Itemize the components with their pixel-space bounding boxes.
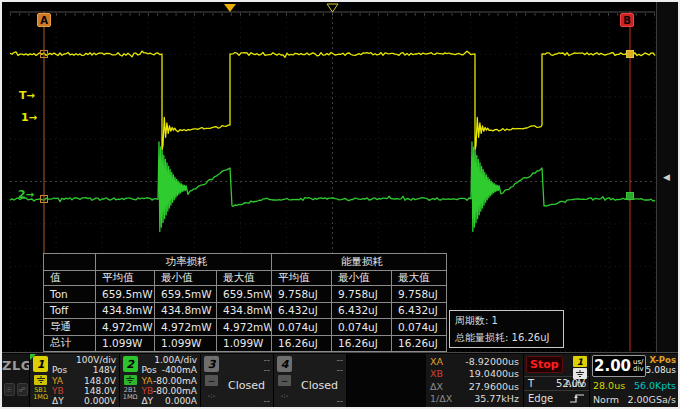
trigger-t-label: T bbox=[528, 378, 534, 389]
ch4-dash: -- bbox=[337, 355, 344, 365]
measurement-value: 9.758uJ bbox=[272, 286, 332, 303]
measurement-value: 16.26uJ bbox=[272, 335, 332, 352]
logo-block: ZLG ☉ ☍ bbox=[2, 354, 30, 407]
measurement-value: 434.8mW bbox=[96, 302, 155, 319]
row-label: Ton bbox=[44, 286, 96, 303]
cursor-a-badge[interactable]: A bbox=[37, 13, 51, 27]
measurement-value: 9.758uJ bbox=[332, 286, 392, 303]
table-col-header: 平均值 bbox=[272, 271, 332, 286]
trigger-level-row[interactable]: T 52.0V bbox=[524, 377, 589, 391]
ch2-yb: -80.00mA bbox=[153, 386, 197, 396]
dx-label: ΔX bbox=[430, 381, 443, 393]
touch-gesture-icon[interactable]: ☉ bbox=[4, 383, 15, 396]
ch4-status: Closed bbox=[296, 376, 343, 396]
row-label: 导通 bbox=[44, 319, 96, 336]
measurement-value: 6.432uJ bbox=[332, 302, 392, 319]
ch2-position-marker[interactable]: 2→ bbox=[18, 188, 34, 201]
ch4-coupling-icon: − bbox=[278, 375, 291, 386]
fx-label: 1/ΔX bbox=[430, 393, 452, 405]
trigger-position-marker bbox=[224, 4, 236, 12]
trigger-type-row[interactable]: Edge bbox=[524, 391, 589, 405]
measurement-table: 功率损耗能量损耗值平均值最小值最大值平均值最小值最大值Ton659.5mW659… bbox=[43, 253, 447, 352]
ch1-position-marker[interactable]: 1→ bbox=[21, 111, 37, 124]
channel2-panel[interactable]: 2 2B11MΩ 1.00A/div Pos-400mA YA-80.00mA … bbox=[120, 354, 201, 407]
trigger-panel[interactable]: Stop 1 Auto T 52.0V Edge bbox=[524, 354, 590, 407]
measurement-value: 16.26uJ bbox=[332, 335, 392, 352]
measurement-value: 434.8mW bbox=[217, 302, 272, 319]
sample-rate: 2.00GSa/s bbox=[627, 393, 676, 407]
ch4-dash: -- bbox=[337, 396, 344, 406]
channel3-panel[interactable]: 3 − -:- -- -- Closed -- bbox=[201, 354, 274, 407]
ch2-pos-label: Pos bbox=[141, 365, 156, 375]
ch1-dy-label: ΔY bbox=[52, 396, 64, 406]
ch2-pos: -400mA bbox=[162, 365, 197, 375]
ch1-pos-label: Pos bbox=[52, 365, 67, 375]
x-position-readout: X-Pos 5.08us bbox=[646, 355, 677, 378]
timebase-scale-box[interactable]: 2.00 us/div bbox=[592, 355, 646, 377]
zlg-logo: ZLG bbox=[2, 358, 29, 373]
waveform-display: A B T→ 1→ 2→ 功率损耗能量损耗值平均值最小值最大值平均值最小值最大值… bbox=[2, 2, 656, 352]
table-col-header: 最小值 bbox=[332, 271, 392, 286]
window-span: 28.0us bbox=[593, 379, 625, 393]
ch1-pos: 148V bbox=[93, 365, 116, 375]
measurement-value: 659.5mW bbox=[96, 286, 155, 303]
right-side-strip: ◀ bbox=[656, 2, 680, 352]
ch1-scale: 100V/div bbox=[76, 355, 116, 365]
row-label: Toff bbox=[44, 302, 96, 319]
stop-indicator[interactable]: Stop bbox=[526, 356, 563, 373]
channel1-panel[interactable]: 1 SB11MΩ 100V/div Pos148V YA148.0V YB148… bbox=[30, 354, 120, 407]
center-position-marker bbox=[327, 4, 338, 12]
ch4-badge[interactable]: 4 bbox=[277, 356, 292, 372]
measurement-value: 0.074uJ bbox=[272, 319, 332, 336]
ch1-ya-label: YA bbox=[52, 376, 63, 386]
ch2-ya-label: YA bbox=[141, 376, 152, 386]
measurement-value: 0.074uJ bbox=[332, 319, 392, 336]
table-row: 总计1.099W1.099W1.099W16.26uJ16.26uJ16.26u… bbox=[44, 335, 447, 352]
xb-label: XB bbox=[430, 368, 443, 380]
xa-label: XA bbox=[430, 356, 443, 368]
ch3-status: Closed bbox=[223, 376, 270, 396]
ch2-yb-label: YB bbox=[141, 386, 153, 396]
measurement-value: 1.099W bbox=[155, 335, 217, 352]
ch3-dash: -- bbox=[264, 355, 271, 365]
trigger-type: Edge bbox=[528, 393, 553, 404]
measurement-value: 16.26uJ bbox=[392, 335, 447, 352]
cursor-readout-panel[interactable]: XA-8.92000us XB19.0400us ΔX27.9600us 1/Δ… bbox=[426, 354, 524, 407]
cursor-b-badge[interactable]: B bbox=[620, 13, 634, 27]
ch1-dy: 0.000V bbox=[84, 396, 116, 406]
measurement-value: 659.5mW bbox=[217, 286, 272, 303]
measurement-value: 4.972mW bbox=[155, 319, 217, 336]
table-row: 导通4.972mW4.972mW4.972mW0.074uJ0.074uJ0.0… bbox=[44, 319, 447, 336]
ch2-badge[interactable]: 2 bbox=[123, 356, 138, 372]
table-col-header: 最小值 bbox=[155, 271, 217, 286]
measurement-value: 6.432uJ bbox=[272, 302, 332, 319]
dx-value: 27.9600us bbox=[469, 381, 519, 393]
ch2-ground-icon bbox=[124, 375, 137, 385]
channel4-panel[interactable]: 4 − -:- -- -- Closed -- bbox=[274, 354, 347, 407]
measurement-value: 9.758uJ bbox=[392, 286, 447, 303]
ch3-badge[interactable]: 3 bbox=[204, 356, 219, 372]
table-col-header: 值 bbox=[44, 271, 96, 286]
measurement-value: 6.432uJ bbox=[392, 302, 447, 319]
ch3-dash: -- bbox=[264, 365, 271, 375]
ch2-ya: -80.00mA bbox=[153, 376, 197, 386]
ch1-yb-label: YB bbox=[52, 386, 64, 396]
measurement-value: 0.074uJ bbox=[392, 319, 447, 336]
trigger-source-badge[interactable]: 1 bbox=[573, 356, 587, 367]
table-col-header: 最大值 bbox=[392, 271, 447, 286]
table-col-header: 最大值 bbox=[217, 271, 272, 286]
ch1-notch bbox=[30, 354, 36, 360]
timebase-panel[interactable]: 2.00 us/div X-Pos 5.08us 28.0us 56.0Kpts… bbox=[590, 354, 680, 407]
ch3-dash: -- bbox=[264, 396, 271, 406]
measurement-value: 434.8mW bbox=[155, 302, 217, 319]
measurement-value: 1.099W bbox=[96, 335, 155, 352]
table-group-header: 能量损耗 bbox=[272, 254, 447, 271]
status-bar: ZLG ☉ ☍ 1 SB11MΩ 100V/div Pos148V Y bbox=[2, 352, 680, 407]
panel-expand-icon[interactable]: ◀ bbox=[663, 172, 670, 182]
ch1-probe-label: SB11MΩ bbox=[33, 387, 48, 401]
table-group-header: 功率损耗 bbox=[96, 254, 272, 271]
touch-drag-icon[interactable]: ☍ bbox=[17, 383, 28, 396]
trigger-level-marker[interactable]: T→ bbox=[19, 89, 35, 102]
ch1-trace bbox=[10, 51, 655, 150]
ch2-dy: 0.000A bbox=[165, 396, 197, 406]
